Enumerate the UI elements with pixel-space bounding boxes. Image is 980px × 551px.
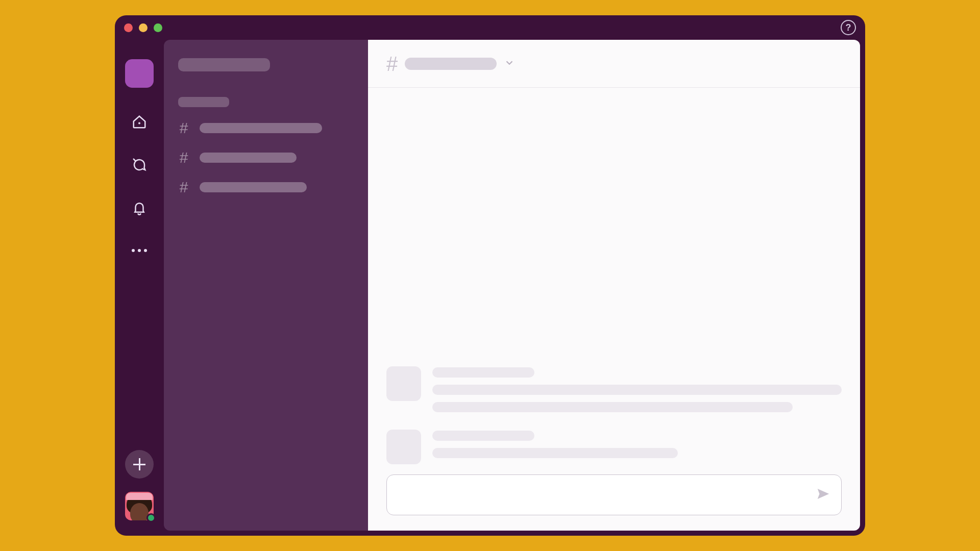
message-text-line (432, 402, 793, 412)
svg-point-0 (139, 123, 140, 124)
sidebar-section-label[interactable] (178, 97, 229, 107)
compose-button[interactable] (125, 450, 154, 479)
channel-title (405, 58, 497, 70)
activity-icon[interactable] (131, 199, 148, 216)
message-avatar[interactable] (386, 430, 421, 464)
help-icon: ? (846, 22, 851, 33)
help-button[interactable]: ? (841, 20, 856, 35)
channel-name (200, 153, 297, 163)
hash-icon: # (178, 180, 189, 195)
app-window: ? (115, 15, 865, 536)
message-text-line (432, 385, 842, 395)
channel-sidebar: # # # (164, 40, 368, 531)
channel-item[interactable]: # (178, 180, 354, 195)
message-item (386, 430, 842, 464)
message-author (432, 367, 534, 378)
workspace-name[interactable] (178, 58, 270, 71)
user-avatar[interactable] (125, 492, 154, 520)
message-list (368, 88, 860, 469)
message-item (386, 366, 842, 412)
channel-item[interactable]: # (178, 120, 354, 136)
message-author (432, 431, 534, 441)
message-avatar[interactable] (386, 366, 421, 401)
main-content: # (368, 40, 860, 531)
zoom-window-button[interactable] (154, 23, 162, 32)
nav-rail (115, 40, 164, 531)
send-button[interactable] (816, 486, 831, 504)
titlebar: ? (115, 15, 865, 40)
dms-icon[interactable] (131, 156, 148, 173)
hash-icon: # (178, 120, 189, 136)
window-controls (124, 23, 162, 32)
chevron-down-icon (504, 57, 515, 70)
channel-name (200, 182, 307, 192)
channel-item[interactable]: # (178, 150, 354, 165)
hash-icon: # (386, 54, 398, 74)
close-window-button[interactable] (124, 23, 133, 32)
channel-header[interactable]: # (368, 40, 860, 88)
hash-icon: # (178, 150, 189, 165)
presence-indicator-icon (146, 513, 156, 522)
workspace-switcher[interactable] (125, 59, 154, 88)
message-text-line (432, 448, 678, 458)
home-icon[interactable] (131, 113, 148, 131)
channel-name (200, 123, 322, 133)
minimize-window-button[interactable] (139, 23, 148, 32)
more-icon[interactable] (131, 242, 148, 259)
message-composer[interactable] (386, 474, 842, 515)
